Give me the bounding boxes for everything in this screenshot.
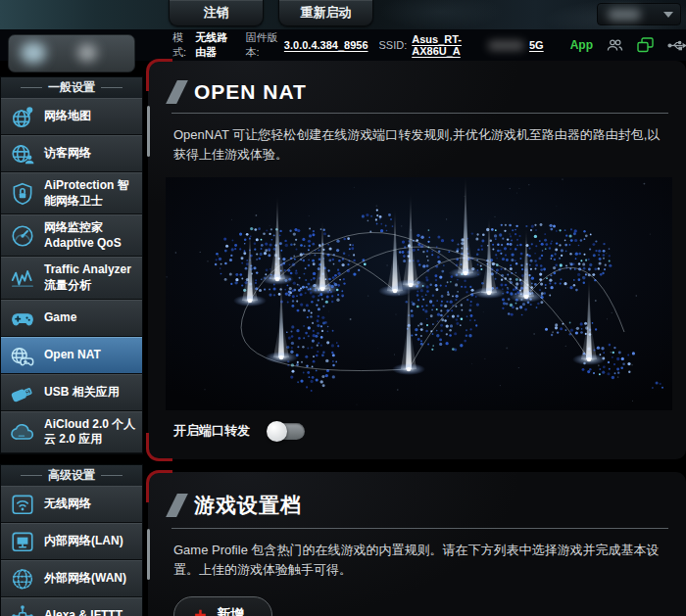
firmware-label: 固件版本: [245,30,278,60]
panel-edge-bar [147,529,150,580]
port-forward-toggle[interactable] [268,423,305,440]
sidebar-item-label: Game [44,310,76,326]
mode-value: 无线路由器 [195,30,234,60]
sidebar-item-guest-network[interactable]: 访客网络 [1,135,142,172]
sidebar-item-aicloud[interactable]: AiCloud 2.0 个人云 2.0 应用 [1,411,142,453]
add-profile-button[interactable]: + 新增 [173,596,272,616]
open-nat-icon [9,343,36,368]
router-name-blur [77,44,97,62]
toggle-knob [267,421,287,442]
sidebar-section-general: 一般设置 网络地图 访客网络 [0,76,143,454]
sidebar-section-advanced: 高级设置 无线网络 内部网络(LAN) [0,464,143,616]
sidebar-item-label: AiProtection 智能网络卫士 [44,178,138,209]
sidebar-section-title-advanced: 高级设置 [1,465,142,486]
mode-label: 模式: [172,30,190,60]
game-profile-description: Game Profile 包含热门的在线游戏的内置规则。请在下方列表中选择游戏并… [173,541,666,580]
gauge-icon [9,223,36,249]
sidebar-item-alexa-ifttt[interactable]: Alexa & IFTTT [1,597,142,616]
sidebar-item-wan[interactable]: 外部网络(WAN) [1,560,142,597]
ssid-redacted-blur [488,40,524,51]
wireless-icon [9,492,36,517]
sidebar-item-game[interactable]: Game [1,300,142,337]
open-nat-title: OPEN NAT [194,80,307,104]
screen-share-icon[interactable] [637,37,654,53]
network-map-icon [9,104,36,129]
network-world-map [166,177,672,410]
sidebar-item-wireless[interactable]: 无线网络 [1,486,142,523]
chevron-down-icon [663,12,673,18]
ssid-band-link[interactable]: 5G [529,39,544,51]
wan-icon [9,566,36,592]
sidebar-item-label: 内部网络(LAN) [44,534,123,549]
title-underline [172,113,668,114]
sidebar-item-label: Alexa & IFTTT [44,608,122,616]
ssid-link[interactable]: Asus_RT-AX86U_A [412,33,483,57]
reboot-button[interactable]: 重新启动 [278,0,373,26]
sidebar-item-label: Traffic Analyzer 流量分析 [44,262,138,293]
sidebar-section-title-general: 一般设置 [1,77,142,98]
sidebar-item-label: AiCloud 2.0 个人云 2.0 应用 [44,417,138,448]
sidebar-item-label: 外部网络(WAN) [44,571,126,587]
language-dropdown[interactable] [597,3,681,25]
sidebar-item-network-map[interactable]: 网络地图 [1,98,142,135]
title-slash-icon [166,80,188,104]
plus-icon: + [194,607,206,616]
world-map-graphic [166,177,670,410]
sidebar-item-label: 访客网络 [44,146,91,162]
game-profile-panel: 游戏设置档 Game Profile 包含热门的在线游戏的内置规则。请在下方列表… [148,472,686,616]
traffic-analyzer-icon [9,265,36,291]
sidebar-item-label: USB 相关应用 [44,385,120,401]
gamepad-icon [9,306,36,331]
language-redacted-blur [608,9,641,21]
sidebar-item-adaptive-qos[interactable]: 网络监控家 Adaptive QoS [1,214,142,257]
logout-button[interactable]: 注销 [169,0,264,26]
shield-icon [9,181,36,207]
open-nat-description: OpenNAT 可让您轻松创建在线游戏端口转发规则,并优化游戏机至路由器的路由封… [173,125,666,165]
game-profile-title: 游戏设置档 [194,492,302,519]
sidebar: 一般设置 网络地图 访客网络 [0,76,143,616]
usb-status-icon[interactable] [667,39,686,52]
port-forward-label: 开启端口转发 [173,422,250,440]
sidebar-item-traffic-analyzer[interactable]: Traffic Analyzer 流量分析 [1,257,142,299]
sidebar-item-aiprotection[interactable]: AiProtection 智能网络卫士 [1,172,142,214]
sidebar-item-label: 网络地图 [44,109,91,124]
lan-icon [9,529,36,554]
sidebar-item-label: 无线网络 [44,497,91,512]
panel-edge-bar [147,106,150,157]
guest-network-icon [9,141,36,166]
open-nat-panel: OPEN NAT OpenNAT 可让您轻松创建在线游戏端口转发规则,并优化游戏… [148,61,686,459]
alexa-ifttt-icon [9,603,36,616]
usb-drive-icon [9,380,36,405]
cloud-icon [9,419,36,445]
sidebar-item-open-nat[interactable]: Open NAT [1,337,142,374]
sidebar-item-label: 网络监控家 Adaptive QoS [44,220,138,251]
app-link[interactable]: App [570,38,593,52]
sidebar-item-lan[interactable]: 内部网络(LAN) [1,523,142,560]
title-slash-icon [166,494,188,517]
router-name-box-redacted[interactable] [8,34,135,72]
ssid-label: SSID: [379,39,408,51]
router-logo-blur [21,42,46,64]
main-content: OPEN NAT OpenNAT 可让您轻松创建在线游戏端口转发规则,并优化游戏… [148,61,686,616]
sidebar-item-label: Open NAT [44,348,101,363]
title-underline [172,528,668,529]
firmware-link[interactable]: 3.0.0.4.384_8956 [284,39,368,51]
clients-icon[interactable] [607,38,623,53]
sidebar-item-usb-apps[interactable]: USB 相关应用 [1,374,142,411]
